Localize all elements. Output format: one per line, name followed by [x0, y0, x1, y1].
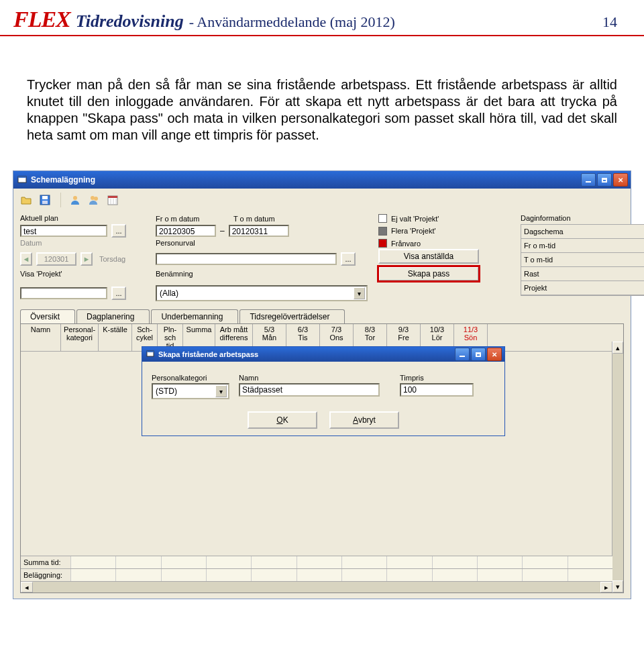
save-icon[interactable]: [38, 193, 52, 207]
schemalaggning-window: Schemaläggning Aktuell plan Fr o m datum…: [13, 170, 631, 599]
legend-grey-icon: [378, 227, 387, 236]
open-icon[interactable]: [19, 193, 34, 207]
daginfo-projekt: Projekt: [521, 281, 644, 295]
tab-underbemanning[interactable]: Underbemanning: [151, 309, 238, 323]
tabs: Översikt Dagplanering Underbemanning Tid…: [20, 309, 624, 323]
grid-col-header: Namn: [21, 324, 61, 351]
tab-tidsregeloevertr[interactable]: Tidsregelöverträdelser: [239, 309, 345, 323]
dialog-close-button[interactable]: [487, 348, 502, 361]
user-next-icon[interactable]: [87, 193, 101, 207]
daginformation-label: Daginformation: [521, 214, 644, 223]
calendar-icon[interactable]: [105, 193, 120, 207]
plan-input[interactable]: test: [20, 225, 107, 237]
legend-franvaro: Frånvaro: [391, 240, 421, 248]
dlg-namn-label: Namn: [239, 374, 386, 382]
date-next-button[interactable]: ►: [80, 252, 93, 266]
maximize-button[interactable]: [597, 173, 612, 187]
scroll-right-button[interactable]: ▸: [600, 582, 612, 593]
visa-projekt-label: Visa 'Projekt': [20, 270, 148, 284]
legend-flera: Flera 'Projekt': [391, 227, 436, 235]
legend-ej-valt: Ej valt 'Projekt': [391, 215, 439, 223]
dialog-ok-button[interactable]: OK: [248, 411, 317, 429]
scroll-down-button[interactable]: ▾: [612, 580, 623, 593]
daginfo-dagschema: Dagschema: [521, 225, 644, 239]
dialog-avbryt-button[interactable]: Avbryt: [329, 411, 399, 429]
document-header: FLEX Tidredovisning - Användarmeddelande…: [0, 0, 644, 36]
summa-tid-label: Summa tid:: [21, 558, 70, 566]
dialog-title: Skapa fristående arbetspass: [158, 350, 258, 358]
date-prev-button[interactable]: ◄: [20, 252, 32, 266]
grid-col-header: Personal-kategori: [61, 324, 99, 351]
dialog-minimize-button[interactable]: [455, 348, 470, 361]
from-datum-input[interactable]: 20120305: [156, 225, 216, 237]
svg-rect-1: [18, 176, 26, 178]
belaggning-label: Beläggning:: [21, 571, 70, 579]
tab-oversikt[interactable]: Översikt: [20, 309, 75, 323]
dialog-icon: [146, 350, 154, 359]
grid-footer: Summa tid: Beläggning: ◂ ▸: [21, 556, 612, 593]
form-area: Aktuell plan Fr o m datum T o m datum Ej…: [13, 211, 631, 305]
svg-point-5: [73, 196, 77, 200]
datum-label: Datum: [20, 239, 148, 248]
daginfo-tom-tid: T o m-tid: [521, 253, 644, 267]
weekday-label: Torsdag: [99, 255, 125, 263]
horizontal-scrollbar[interactable]: ◂ ▸: [21, 581, 612, 593]
svg-rect-9: [108, 196, 117, 198]
svg-rect-4: [42, 201, 48, 204]
dlg-timpris-input[interactable]: 100: [400, 383, 474, 397]
personurval-browse-button[interactable]: ...: [341, 252, 356, 266]
legend-red-icon: [378, 239, 387, 248]
svg-point-6: [91, 196, 95, 200]
tab-dagplanering[interactable]: Dagplanering: [76, 309, 150, 323]
svg-rect-3: [42, 196, 48, 199]
body-paragraph: Trycker man på den så får man se sina fr…: [27, 76, 617, 144]
user-prev-icon[interactable]: [68, 193, 83, 207]
benamning-label: Benämning: [156, 270, 370, 284]
benamning-select[interactable]: (Alla): [156, 285, 368, 301]
window-icon: [17, 174, 27, 186]
dlg-timpris-label: Timpris: [400, 374, 480, 382]
daginfo-box: Dagschema Fr o m-tid T o m-tid Rast Proj…: [521, 224, 644, 296]
dlg-personalkategori-label: Personalkategori: [152, 374, 225, 382]
scroll-left-button[interactable]: ◂: [21, 582, 33, 593]
dlg-personalkategori-select[interactable]: (STD): [152, 383, 229, 399]
grid-panel: NamnPersonal-kategoriK-ställeSch-cykelPl…: [20, 323, 624, 593]
visa-projekt-browse-button[interactable]: ...: [111, 287, 126, 300]
brand-name: Tidredovisning: [76, 11, 184, 32]
page-number: 14: [602, 13, 617, 31]
dialog-titlebar[interactable]: Skapa fristående arbetspass: [142, 347, 504, 362]
svg-rect-14: [147, 351, 154, 352]
window-titlebar[interactable]: Schemaläggning: [13, 171, 631, 189]
visa-projekt-input[interactable]: [20, 287, 107, 299]
visa-anstallda-button[interactable]: Visa anställda: [378, 249, 479, 264]
flex-logo: FLEX: [13, 7, 70, 32]
personurval-label: Personurval: [156, 239, 370, 248]
personurval-input[interactable]: [156, 253, 337, 265]
legend-white-icon: [378, 214, 387, 223]
date-dash: –: [220, 226, 225, 236]
from-datum-label: Fr o m datum: [156, 215, 229, 223]
window-title: Schemaläggning: [31, 175, 95, 185]
vertical-scrollbar[interactable]: ▴ ▾: [612, 342, 623, 593]
datum-value: 120301: [36, 252, 76, 266]
grid-col-header: K-ställe: [99, 324, 132, 351]
aktuell-plan-label: Aktuell plan: [20, 214, 148, 223]
dlg-namn-input[interactable]: Städpasset: [239, 383, 380, 397]
skapa-arbetspass-dialog: Skapa fristående arbetspass Personalkate…: [142, 346, 505, 436]
minimize-button[interactable]: [581, 173, 596, 187]
toolbar: [13, 189, 631, 211]
daginfo-from-tid: Fr o m-tid: [521, 239, 644, 253]
doc-subtitle: - Användarmeddelande (maj 2012): [189, 13, 395, 31]
dialog-maximize-button[interactable]: [471, 348, 486, 361]
skapa-pass-button[interactable]: Skapa pass: [378, 266, 479, 281]
daginfo-rast: Rast: [521, 267, 644, 281]
tom-datum-label: T o m datum: [233, 215, 275, 223]
scroll-up-button[interactable]: ▴: [612, 342, 623, 354]
close-button[interactable]: [613, 173, 628, 187]
svg-point-7: [94, 197, 98, 201]
plan-browse-button[interactable]: ...: [111, 224, 126, 238]
tom-datum-input[interactable]: 20120311: [229, 225, 289, 237]
